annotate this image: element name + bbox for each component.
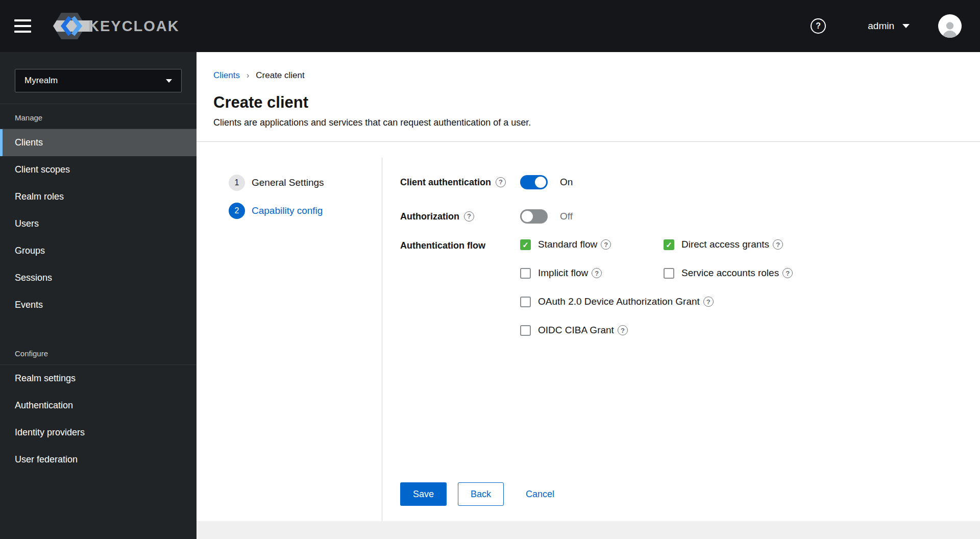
option-implicit-flow[interactable]: Implicit flow	[520, 267, 664, 279]
save-button[interactable]: Save	[400, 482, 447, 506]
authentication-flow-options: Standard flow Direct access grants Impli…	[520, 239, 793, 336]
wizard-steps-nav: 1 General Settings 2 Capability config	[197, 158, 382, 521]
step-label: Capability config	[252, 205, 323, 216]
help-question-icon[interactable]	[496, 177, 506, 187]
sidebar-nav: Manage Clients Client scopes Realm roles…	[0, 104, 197, 473]
checkbox[interactable]	[520, 268, 531, 279]
wizard-step-capability-config[interactable]: 2 Capability config	[229, 203, 382, 219]
authorization-label: Authorization	[400, 210, 459, 223]
page-title: Create client	[213, 93, 960, 112]
client-authentication-label-group: Client authentication	[400, 176, 520, 189]
sidebar-item-groups[interactable]: Groups	[0, 237, 197, 264]
wizard-step-general-settings[interactable]: 1 General Settings	[229, 175, 382, 191]
help-question-icon[interactable]	[592, 268, 602, 278]
option-direct-access-grants[interactable]: Direct access grants	[664, 239, 793, 250]
sidebar: Myrealm Manage Clients Client scopes Rea…	[0, 52, 197, 539]
sidebar-item-identity-providers[interactable]: Identity providers	[0, 419, 197, 446]
sidebar-item-user-federation[interactable]: User federation	[0, 446, 197, 473]
option-label: OAuth 2.0 Device Authorization Grant	[538, 296, 700, 307]
sidebar-item-users[interactable]: Users	[0, 210, 197, 237]
checkbox[interactable]	[664, 239, 674, 250]
option-label: Standard flow	[538, 239, 597, 250]
option-label: Direct access grants	[681, 239, 769, 250]
client-authentication-state: On	[560, 177, 573, 188]
help-question-icon[interactable]	[703, 297, 714, 307]
sidebar-item-clients[interactable]: Clients	[0, 129, 197, 156]
authentication-flow-row: Authentication flow Standard flow Direct…	[400, 239, 960, 336]
page-description: Clients are applications and services th…	[213, 117, 960, 128]
wizard-form: Client authentication On Authorization O…	[382, 158, 980, 521]
nav-section-title: Configure	[0, 340, 197, 365]
authentication-flow-label-group: Authentication flow	[400, 239, 520, 252]
checkbox[interactable]	[520, 297, 531, 307]
authorization-label-group: Authorization	[400, 210, 520, 223]
checkbox[interactable]	[520, 325, 531, 336]
help-icon[interactable]	[811, 18, 826, 34]
back-button[interactable]: Back	[458, 482, 504, 506]
keycloak-brand[interactable]: KEYCLOAK	[52, 11, 180, 41]
sidebar-item-realm-settings[interactable]: Realm settings	[0, 365, 197, 392]
help-question-icon[interactable]	[618, 325, 628, 335]
step-number-badge: 1	[229, 175, 245, 191]
option-oidc-ciba-grant[interactable]: OIDC CIBA Grant	[520, 325, 793, 336]
user-icon	[940, 19, 960, 38]
authorization-state: Off	[560, 211, 573, 222]
realm-selector[interactable]: Myrealm	[15, 69, 182, 92]
option-standard-flow[interactable]: Standard flow	[520, 239, 664, 250]
authorization-toggle[interactable]	[520, 209, 548, 224]
step-label: General Settings	[252, 177, 324, 188]
authorization-row: Authorization Off	[400, 205, 960, 228]
create-client-wizard: 1 General Settings 2 Capability config C…	[197, 142, 980, 521]
option-label: OIDC CIBA Grant	[538, 325, 614, 336]
breadcrumb: Clients Create client	[213, 70, 960, 81]
main-content: Clients Create client Create client Clie…	[197, 52, 980, 539]
option-label: Service accounts roles	[681, 267, 779, 279]
realm-selector-value: Myrealm	[24, 76, 58, 86]
option-service-accounts-roles[interactable]: Service accounts roles	[664, 267, 793, 279]
nav-section-title: Manage	[0, 104, 197, 129]
chevron-down-icon	[902, 24, 910, 28]
help-question-icon[interactable]	[773, 239, 783, 250]
authentication-flow-label: Authentication flow	[400, 239, 485, 252]
sidebar-item-authentication[interactable]: Authentication	[0, 392, 197, 419]
avatar[interactable]	[938, 14, 962, 38]
client-authentication-toggle[interactable]	[520, 175, 548, 189]
help-question-icon[interactable]	[601, 239, 611, 250]
masthead: KEYCLOAK admin	[0, 0, 980, 52]
brand-title: KEYCLOAK	[88, 18, 180, 35]
username-label: admin	[868, 20, 894, 32]
checkbox[interactable]	[664, 268, 674, 279]
step-number-badge: 2	[229, 203, 245, 219]
checkbox[interactable]	[520, 239, 531, 250]
option-label: Implicit flow	[538, 267, 588, 279]
help-question-icon[interactable]	[464, 211, 474, 222]
nav-section-manage: Manage Clients Client scopes Realm roles…	[0, 104, 197, 318]
wizard-actions: Save Back Cancel	[400, 482, 960, 506]
breadcrumb-clients-link[interactable]: Clients	[213, 70, 240, 81]
help-question-icon[interactable]	[782, 268, 793, 278]
client-authentication-label: Client authentication	[400, 176, 491, 189]
client-authentication-row: Client authentication On	[400, 170, 960, 194]
sidebar-item-client-scopes[interactable]: Client scopes	[0, 156, 197, 183]
user-menu[interactable]: admin	[868, 20, 910, 32]
breadcrumb-separator-icon	[247, 71, 249, 80]
breadcrumb-current: Create client	[256, 70, 304, 81]
sidebar-item-events[interactable]: Events	[0, 291, 197, 318]
nav-section-configure: Configure Realm settings Authentication …	[0, 340, 197, 473]
cancel-button[interactable]: Cancel	[526, 489, 554, 500]
chevron-down-icon	[166, 79, 172, 83]
nav-toggle-hamburger-icon[interactable]	[13, 16, 32, 36]
masthead-actions: admin	[811, 14, 962, 38]
page-header: Clients Create client Create client Clie…	[197, 52, 980, 142]
option-oauth-device-authorization-grant[interactable]: OAuth 2.0 Device Authorization Grant	[520, 296, 793, 307]
sidebar-item-sessions[interactable]: Sessions	[0, 264, 197, 291]
sidebar-item-realm-roles[interactable]: Realm roles	[0, 183, 197, 210]
